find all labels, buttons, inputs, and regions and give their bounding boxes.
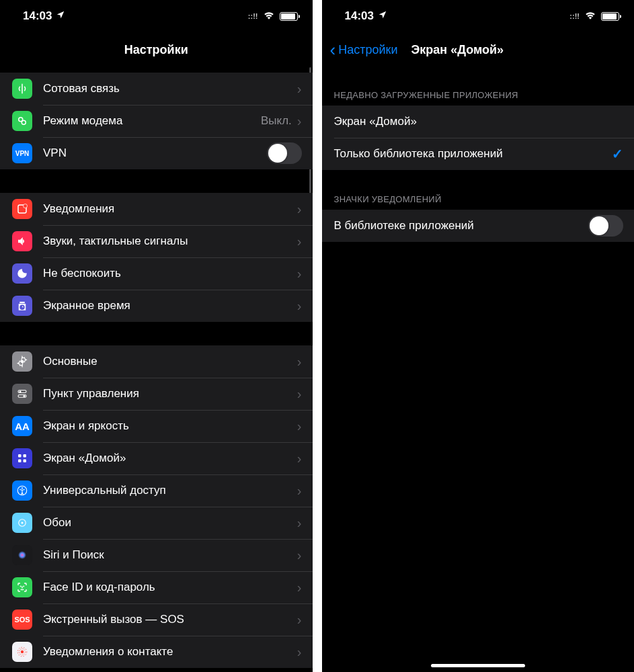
settings-group-notifications: Уведомления › Звуки, тактильные сигналы …	[0, 193, 313, 322]
wifi-icon	[263, 9, 275, 23]
chevron-right-icon: ›	[297, 419, 302, 434]
row-label: Face ID и код-пароль	[43, 581, 297, 594]
row-label: Режим модема	[43, 114, 261, 128]
chevron-right-icon: ›	[297, 386, 302, 402]
back-button[interactable]: ‹ Настройки	[330, 41, 398, 58]
svg-point-14	[22, 487, 23, 489]
row-label: Экстренный вызов — SOS	[43, 613, 297, 626]
row-badges-in-library[interactable]: В библиотеке приложений	[322, 210, 635, 242]
accessibility-icon	[12, 480, 32, 501]
homescreen-settings-list[interactable]: НЕДАВНО ЗАГРУЖЕННЫЕ ПРИЛОЖЕНИЯ Экран «До…	[322, 67, 635, 672]
row-dnd[interactable]: Не беспокоить ›	[0, 257, 313, 290]
chevron-right-icon: ›	[297, 612, 302, 628]
svg-rect-12	[24, 460, 27, 463]
chevron-right-icon: ›	[297, 515, 302, 531]
svg-rect-9	[18, 454, 22, 458]
chevron-right-icon: ›	[297, 354, 302, 370]
homescreen-icon	[12, 448, 32, 468]
cellular-icon	[12, 79, 32, 99]
row-label: Только библиотека приложений	[334, 147, 612, 161]
status-bar: 14:03 ::!!	[0, 0, 313, 32]
vpn-icon: VPN	[12, 143, 32, 163]
chevron-left-icon: ‹	[330, 41, 336, 58]
phone-settings-main: 14:03 ::!! Настройки Сотовая связь ›	[0, 0, 313, 672]
settings-group-connectivity: Сотовая связь › Режим модема Выкл. › VPN…	[0, 73, 313, 169]
option-app-library-only[interactable]: Только библиотека приложений ✓	[322, 138, 635, 170]
signal-secondary-icon: ::!!	[248, 12, 258, 20]
chevron-right-icon: ›	[297, 298, 302, 314]
svg-point-3	[24, 204, 28, 208]
screentime-icon	[12, 296, 32, 316]
chevron-right-icon: ›	[297, 548, 302, 563]
row-cellular[interactable]: Сотовая связь ›	[0, 73, 313, 105]
signal-secondary-icon: ::!!	[569, 12, 580, 20]
row-faceid[interactable]: Face ID и код-пароль ›	[0, 571, 313, 603]
row-label: Siri и Поиск	[43, 548, 297, 562]
chevron-right-icon: ›	[297, 580, 302, 595]
row-screentime[interactable]: Экранное время ›	[0, 290, 313, 322]
chevron-right-icon: ›	[297, 81, 302, 97]
settings-group-general: Основные › Пункт управления › AA Экран и…	[0, 345, 313, 668]
status-bar: 14:03 ::!!	[322, 0, 635, 32]
row-exposure[interactable]: Уведомления о контакте ›	[0, 636, 313, 668]
row-vpn[interactable]: VPN VPN	[0, 137, 313, 169]
row-display[interactable]: AA Экран и яркость ›	[0, 410, 313, 442]
home-indicator[interactable]	[431, 664, 525, 667]
row-controlcenter[interactable]: Пункт управления ›	[0, 378, 313, 410]
location-icon	[378, 9, 387, 23]
checkmark-icon: ✓	[612, 146, 623, 162]
siri-icon	[12, 545, 32, 565]
row-notifications[interactable]: Уведомления ›	[0, 193, 313, 225]
row-label: Экранное время	[43, 299, 297, 312]
chevron-right-icon: ›	[297, 483, 302, 499]
svg-point-20	[21, 650, 24, 654]
svg-rect-11	[18, 460, 22, 463]
svg-point-16	[22, 522, 24, 524]
row-sos[interactable]: SOS Экстренный вызов — SOS ›	[0, 603, 313, 636]
row-hotspot[interactable]: Режим модема Выкл. ›	[0, 105, 313, 137]
row-label: Пункт управления	[43, 387, 297, 401]
chevron-right-icon: ›	[297, 644, 302, 660]
row-label: Уведомления о контакте	[43, 645, 297, 659]
row-label: Универсальный доступ	[43, 484, 297, 497]
svg-point-6	[19, 390, 22, 392]
faceid-icon	[12, 577, 32, 597]
row-label: Основные	[43, 355, 297, 368]
nav-header: Настройки	[0, 32, 313, 67]
row-detail: Выкл.	[261, 114, 292, 128]
vpn-toggle[interactable]	[267, 142, 302, 164]
battery-icon	[280, 12, 298, 21]
controlcenter-icon	[12, 384, 32, 404]
chevron-right-icon: ›	[297, 451, 302, 466]
row-label: Экран «Домой»	[43, 452, 297, 465]
hotspot-icon	[12, 111, 32, 131]
svg-point-8	[24, 395, 26, 397]
exposure-icon	[12, 642, 32, 662]
wifi-icon	[584, 9, 596, 23]
row-accessibility[interactable]: Универсальный доступ ›	[0, 474, 313, 507]
row-wallpaper[interactable]: Обои ›	[0, 507, 313, 539]
badges-toggle[interactable]	[588, 215, 623, 237]
row-sounds[interactable]: Звуки, тактильные сигналы ›	[0, 225, 313, 257]
status-time: 14:03	[23, 9, 52, 23]
status-time: 14:03	[345, 9, 374, 23]
row-homescreen[interactable]: Экран «Домой» ›	[0, 442, 313, 474]
location-icon	[56, 9, 65, 23]
general-icon	[12, 351, 32, 372]
chevron-right-icon: ›	[297, 202, 302, 217]
row-general[interactable]: Основные ›	[0, 345, 313, 378]
sos-icon: SOS	[12, 610, 32, 630]
section-header-badges: ЗНАЧКИ УВЕДОМЛЕНИЙ	[322, 189, 635, 210]
nav-header: ‹ Настройки Экран «Домой»	[322, 32, 635, 67]
row-siri[interactable]: Siri и Поиск ›	[0, 539, 313, 571]
option-home-screen[interactable]: Экран «Домой»	[322, 106, 635, 138]
row-label: Обои	[43, 516, 297, 530]
page-title: Настройки	[0, 43, 313, 57]
dnd-icon	[12, 263, 32, 284]
row-label: Уведомления	[43, 202, 297, 216]
battery-icon	[601, 12, 619, 21]
display-icon: AA	[12, 416, 32, 436]
row-label: Экран и яркость	[43, 419, 297, 433]
section-header-recent: НЕДАВНО ЗАГРУЖЕННЫЕ ПРИЛОЖЕНИЯ	[322, 85, 635, 106]
settings-list[interactable]: Сотовая связь › Режим модема Выкл. › VPN…	[0, 67, 313, 672]
